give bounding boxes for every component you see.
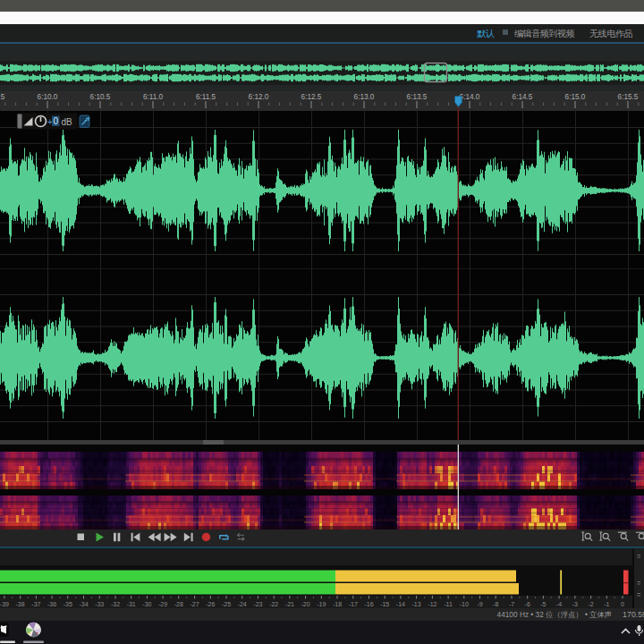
svg-text:-15: -15	[380, 601, 389, 607]
svg-text:6:14.0: 6:14.0	[460, 93, 480, 101]
svg-text:6:09.5: 6:09.5	[0, 93, 5, 101]
svg-text:-27: -27	[191, 601, 199, 607]
svg-text:-24: -24	[238, 601, 247, 607]
svg-text:-8: -8	[493, 601, 498, 607]
svg-text:dB: dB	[62, 117, 73, 127]
svg-text:-12: -12	[428, 601, 436, 607]
svg-text:-19: -19	[317, 601, 326, 607]
svg-text:-39: -39	[0, 601, 9, 607]
svg-text:-1: -1	[604, 601, 609, 607]
svg-text:-25: -25	[222, 601, 231, 607]
svg-text:-5: -5	[540, 601, 546, 607]
svg-text:-32: -32	[111, 601, 120, 607]
svg-text:6:11.0: 6:11.0	[143, 93, 164, 101]
svg-text:-6: -6	[525, 601, 530, 607]
svg-text:170.59: 170.59	[623, 610, 644, 619]
svg-text:-20: -20	[301, 601, 310, 607]
svg-text:-21: -21	[285, 601, 294, 607]
svg-text:-2: -2	[588, 601, 593, 607]
svg-text:6:15.0: 6:15.0	[565, 93, 586, 101]
svg-text:6:13.0: 6:13.0	[354, 93, 375, 101]
svg-text:0: 0	[621, 601, 624, 607]
svg-text:-10: -10	[460, 601, 469, 607]
svg-text:-17: -17	[349, 601, 358, 607]
svg-text:-4: -4	[556, 601, 562, 607]
svg-text:-38: -38	[16, 601, 25, 607]
svg-text:-23: -23	[253, 601, 262, 607]
svg-text:6:14.5: 6:14.5	[513, 93, 533, 101]
svg-text:-31: -31	[127, 601, 136, 607]
svg-text:-7: -7	[509, 601, 514, 607]
svg-text:6:15.5: 6:15.5	[618, 93, 639, 101]
svg-text:-28: -28	[174, 601, 183, 607]
svg-text:-37: -37	[31, 601, 40, 607]
svg-text:6:13.5: 6:13.5	[407, 93, 428, 101]
svg-text:-33: -33	[95, 601, 104, 607]
svg-text:-14: -14	[396, 601, 405, 607]
svg-text:-26: -26	[206, 601, 215, 607]
svg-text:-9: -9	[477, 601, 482, 607]
svg-text:-35: -35	[64, 601, 72, 607]
svg-text:44100 Hz • 32 位（浮点） • 立体声: 44100 Hz • 32 位（浮点） • 立体声	[497, 610, 612, 619]
svg-text:0: 0	[53, 116, 58, 126]
svg-text:6:11.5: 6:11.5	[196, 93, 216, 101]
svg-text:-3: -3	[572, 601, 578, 607]
svg-text:-11: -11	[444, 601, 453, 607]
svg-text:6:12.5: 6:12.5	[301, 93, 322, 101]
svg-text:6:10.5: 6:10.5	[90, 93, 111, 101]
svg-text:-22: -22	[269, 601, 278, 607]
svg-text:6:12.0: 6:12.0	[249, 93, 269, 101]
svg-text:6:10.0: 6:10.0	[38, 93, 58, 101]
svg-text:-13: -13	[412, 601, 421, 607]
svg-text:-16: -16	[364, 601, 373, 607]
svg-text:-36: -36	[47, 601, 56, 607]
svg-text:-34: -34	[79, 601, 88, 607]
svg-text:-30: -30	[142, 601, 151, 607]
svg-text:-29: -29	[158, 601, 167, 607]
svg-text:-18: -18	[333, 601, 342, 607]
